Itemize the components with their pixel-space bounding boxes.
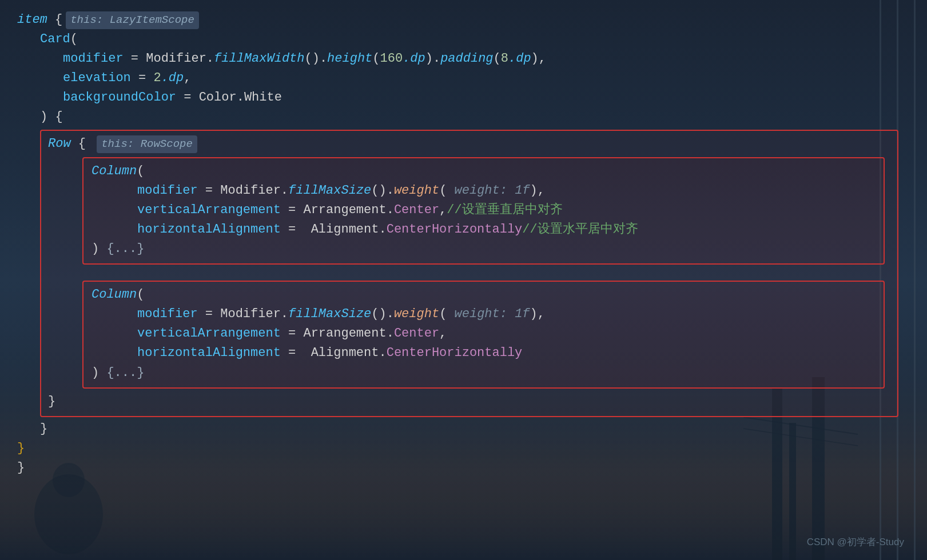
bg-color-param: backgroundColor (63, 88, 176, 107)
hint-row-scope: this: RowScope (97, 135, 197, 153)
col1-comment-1: //设置垂直居中对齐 (447, 201, 562, 220)
code-line-1: item { this: LazyItemScope (17, 10, 910, 30)
col2-vert-center: Center (394, 324, 439, 343)
col1-close: ) {...} (91, 239, 876, 259)
col1-center-horiz: CenterHorizontally (387, 220, 523, 239)
outer-red-box: Row { this: RowScope Column ( modifier =… (40, 130, 898, 417)
col1-vert-center: Center (394, 201, 439, 220)
card-outer-close: } (40, 419, 910, 439)
col2-horiz-align: horizontalAlignment = Alignment. CenterH… (137, 343, 876, 363)
final-close: } (17, 458, 910, 478)
modifier-class-1: Modifier (146, 49, 206, 69)
elevation-param: elevation (63, 69, 131, 88)
column-2-red-box: Column ( modifier = Modifier. fillMaxSiz… (82, 281, 885, 388)
hint-lazy-item-scope: this: LazyItemScope (66, 11, 199, 29)
code-container: item { this: LazyItemScope Card( modifie… (0, 0, 927, 488)
row-close: } (48, 392, 890, 411)
col2-vert-arr: verticalArrangement = Arrangement. Cente… (137, 324, 876, 343)
dp-2: .dp (508, 49, 531, 69)
code-line-4: elevation = 2 .dp , (63, 69, 910, 88)
col1-header: Column ( (91, 162, 876, 181)
col1-weight: weight (394, 181, 439, 201)
watermark: CSDN @初学者-Study (807, 535, 904, 550)
card-keyword: Card (40, 30, 70, 49)
brace-open-1: { (47, 10, 62, 30)
dp-3: .dp (161, 69, 184, 88)
col-spacer (48, 268, 890, 277)
code-line-6: ) { (40, 107, 910, 127)
col1-comment-2: //设置水平居中对齐 (522, 220, 638, 239)
code-line-3: modifier = Modifier . fillMaxWidth (). h… (63, 49, 910, 69)
col2-header: Column ( (91, 285, 876, 305)
row-keyword: Row (48, 134, 71, 154)
col2-close: ) {...} (91, 363, 876, 383)
color-white-val: White (244, 88, 282, 107)
col1-horiz-align: horizontalAlignment = Alignment. CenterH… (137, 220, 876, 239)
col1-fill-max-size: fillMaxSize (288, 181, 371, 201)
col2-fill-max-size: fillMaxSize (288, 305, 371, 324)
col2-weight: weight (394, 305, 439, 324)
col2-keyword: Column (91, 285, 137, 305)
modifier-param-1: modifier (63, 49, 124, 69)
height-method: height (327, 49, 372, 69)
col2-weight-hint: weight: 1f (447, 305, 530, 324)
col2-modifier: modifier = Modifier. fillMaxSize (). wei… (137, 305, 876, 324)
col2-center-horiz: CenterHorizontally (387, 343, 523, 363)
keyword-item: item (17, 10, 47, 30)
column-1-red-box: Column ( modifier = Modifier. fillMaxSiz… (82, 157, 885, 265)
code-line-5: backgroundColor = Color . White (63, 88, 910, 107)
code-line-2: Card( (40, 30, 910, 49)
num-8: 8 (501, 49, 508, 69)
num-160: 160 (380, 49, 403, 69)
item-close: } (17, 439, 910, 458)
fill-max-width: fillMaxWidth (214, 49, 304, 69)
col1-keyword: Column (91, 162, 137, 181)
row-line: Row { this: RowScope (48, 134, 890, 154)
padding-method: padding (440, 49, 493, 69)
col1-modifier: modifier = Modifier. fillMaxSize (). wei… (137, 181, 876, 201)
num-2: 2 (153, 69, 161, 88)
col1-vert-arr: verticalArrangement = Arrangement. Cente… (137, 201, 876, 220)
closing-brace-yellow: } (17, 439, 25, 458)
color-class: Color (199, 88, 237, 107)
dp-1: .dp (403, 49, 425, 69)
col1-weight-hint: weight: 1f (447, 181, 530, 201)
